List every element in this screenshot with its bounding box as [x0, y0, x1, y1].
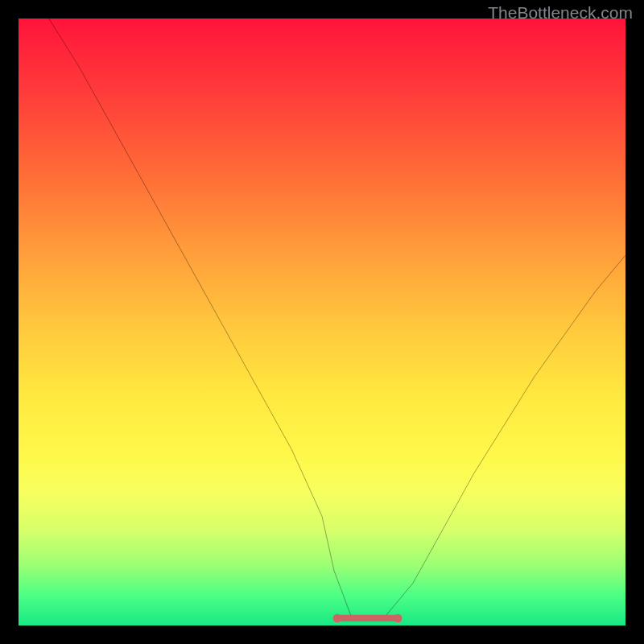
- optimal-band: [333, 614, 402, 623]
- chart-frame: TheBottleneck.com: [0, 0, 644, 644]
- svg-point-2: [394, 614, 402, 623]
- chart-svg: [19, 19, 625, 625]
- svg-point-1: [333, 614, 342, 623]
- bottleneck-curve: [49, 19, 625, 619]
- watermark: TheBottleneck.com: [488, 3, 633, 23]
